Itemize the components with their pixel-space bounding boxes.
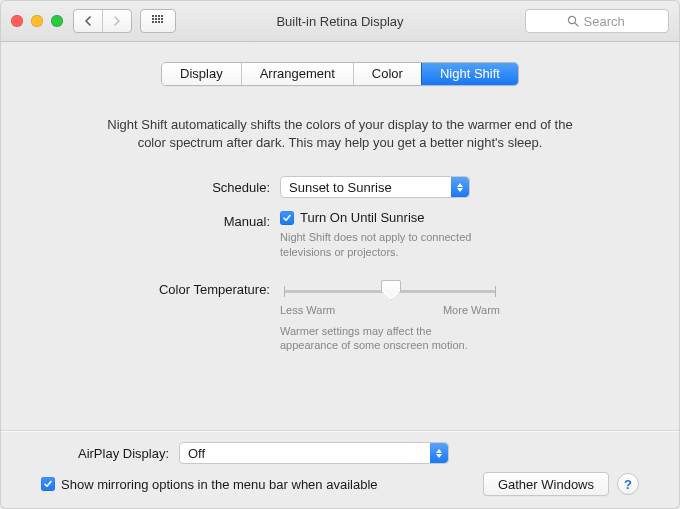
- content: Display Arrangement Color Night Shift Ni…: [1, 42, 679, 508]
- schedule-label: Schedule:: [100, 176, 280, 195]
- popup-arrows-icon: [430, 443, 448, 463]
- grid-icon: [152, 15, 164, 27]
- nav-back-forward: [73, 9, 132, 33]
- checkmark-icon: [282, 213, 292, 223]
- schedule-popup-value: Sunset to Sunrise: [289, 180, 392, 195]
- back-button[interactable]: [74, 10, 102, 32]
- tab-color[interactable]: Color: [353, 63, 421, 85]
- search-icon: [567, 15, 579, 27]
- minimize-window-button[interactable]: [31, 15, 43, 27]
- footer: AirPlay Display: Off Show mirroring opti…: [27, 432, 653, 508]
- slider-tick-max: [495, 286, 496, 297]
- svg-point-0: [568, 16, 575, 23]
- color-temp-label: Color Temperature:: [100, 272, 280, 297]
- popup-arrows-icon: [451, 177, 469, 197]
- mirroring-checkbox-label: Show mirroring options in the menu bar w…: [61, 477, 378, 492]
- show-all-button[interactable]: [140, 9, 176, 33]
- forward-button[interactable]: [102, 10, 131, 32]
- airplay-popup-value: Off: [188, 446, 205, 461]
- description-line: Night Shift automatically shifts the col…: [39, 116, 641, 134]
- footer-bottom-row: Show mirroring options in the menu bar w…: [41, 472, 639, 496]
- airplay-label: AirPlay Display:: [41, 446, 179, 461]
- traffic-lights: [11, 15, 63, 27]
- manual-row: Manual: Turn On Until Sunrise Night Shif…: [100, 210, 580, 259]
- manual-checkbox-row[interactable]: Turn On Until Sunrise: [280, 210, 425, 225]
- help-button[interactable]: ?: [617, 473, 639, 495]
- tab-arrangement[interactable]: Arrangement: [241, 63, 353, 85]
- search-input[interactable]: [584, 14, 628, 29]
- slider-thumb[interactable]: [381, 280, 401, 300]
- window: Built-in Retina Display Display Arrangem…: [0, 0, 680, 509]
- manual-note: Night Shift does not apply to connected …: [280, 230, 500, 260]
- chevron-left-icon: [84, 16, 92, 26]
- tab-bar: Display Arrangement Color Night Shift: [161, 62, 519, 86]
- mirroring-checkbox[interactable]: [41, 477, 55, 491]
- zoom-window-button[interactable]: [51, 15, 63, 27]
- manual-label: Manual:: [100, 210, 280, 229]
- gather-windows-button[interactable]: Gather Windows: [483, 472, 609, 496]
- slider-tick-min: [284, 286, 285, 297]
- color-temp-row: Color Temperature: Less Warm More Warm W…: [100, 272, 580, 354]
- tab-display[interactable]: Display: [162, 63, 241, 85]
- mirroring-checkbox-row[interactable]: Show mirroring options in the menu bar w…: [41, 477, 378, 492]
- manual-checkbox[interactable]: [280, 211, 294, 225]
- close-window-button[interactable]: [11, 15, 23, 27]
- schedule-popup[interactable]: Sunset to Sunrise: [280, 176, 470, 198]
- chevron-right-icon: [113, 16, 121, 26]
- checkmark-icon: [43, 479, 53, 489]
- manual-checkbox-label: Turn On Until Sunrise: [300, 210, 425, 225]
- color-temp-note: Warmer settings may affect the appearanc…: [280, 324, 500, 354]
- night-shift-description: Night Shift automatically shifts the col…: [27, 116, 653, 152]
- schedule-row: Schedule: Sunset to Sunrise: [100, 176, 580, 198]
- airplay-popup[interactable]: Off: [179, 442, 449, 464]
- search-field[interactable]: [525, 9, 669, 33]
- night-shift-form: Schedule: Sunset to Sunrise Manual:: [100, 176, 580, 357]
- help-icon: ?: [624, 477, 632, 492]
- svg-line-1: [575, 23, 578, 26]
- titlebar: Built-in Retina Display: [1, 1, 679, 42]
- tab-night-shift[interactable]: Night Shift: [421, 63, 518, 85]
- color-temp-slider[interactable]: [280, 278, 500, 306]
- description-line: color spectrum after dark. This may help…: [39, 134, 641, 152]
- airplay-row: AirPlay Display: Off: [41, 442, 639, 464]
